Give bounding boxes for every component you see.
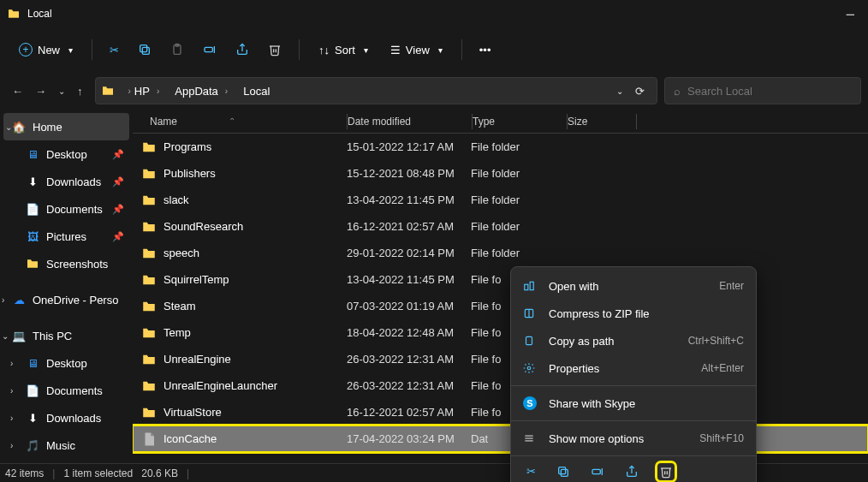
row-type: File folder <box>471 220 565 233</box>
music-icon: 🎵 <box>26 438 39 452</box>
paste-button[interactable] <box>163 38 191 62</box>
rename-icon <box>591 465 604 479</box>
ctx-open-with[interactable]: Open withEnter <box>511 272 756 300</box>
copy-icon <box>556 465 570 479</box>
forward-button[interactable]: → <box>35 85 46 98</box>
view-button[interactable]: ☰ View ▾ <box>382 39 451 62</box>
share-button[interactable] <box>229 38 256 62</box>
row-name: UnrealEngineLauncher <box>163 379 347 392</box>
copypath-icon <box>523 335 537 347</box>
table-row[interactable]: Publishers15-12-2021 08:48 PMFile folder <box>133 160 868 187</box>
sidebar-item-downloads2[interactable]: ›⬇Downloads <box>0 404 133 431</box>
row-type: File folder <box>471 247 565 259</box>
scissors-icon: ✂ <box>526 465 536 478</box>
column-header-name[interactable]: Name⌃ <box>133 116 347 128</box>
row-type: File folder <box>471 140 565 153</box>
pictures-icon: 🖼 <box>26 229 39 243</box>
search-icon: ⌕ <box>674 85 681 98</box>
sidebar-item-music[interactable]: ›🎵Music <box>0 431 133 459</box>
row-name: SoundResearch <box>163 220 347 233</box>
ctx-more-options[interactable]: Show more optionsShift+F10 <box>511 425 756 452</box>
table-row[interactable]: UnrealEngineLauncher26-03-2022 12:31 AMF… <box>133 372 868 399</box>
ctx-delete[interactable] <box>659 465 673 479</box>
skype-icon: S <box>523 396 537 410</box>
pc-icon: 💻 <box>12 329 26 342</box>
folder-icon <box>141 378 157 394</box>
sidebar-item-downloads[interactable]: ⬇Downloads📌 <box>0 168 133 195</box>
ctx-cut[interactable]: ✂ <box>526 465 536 479</box>
copy-icon <box>138 43 152 57</box>
cut-button[interactable]: ✂ <box>103 39 126 62</box>
delete-button[interactable] <box>261 38 288 62</box>
sidebar-item-home[interactable]: ⌄🏠Home <box>3 113 129 140</box>
table-row[interactable]: SquirrelTemp13-04-2022 11:45 PMFile fo <box>133 266 868 293</box>
breadcrumb[interactable]: ›HP› <box>120 81 165 101</box>
table-row[interactable]: Temp18-04-2022 12:48 AMFile fo <box>133 319 868 346</box>
ctx-copy[interactable] <box>556 465 570 479</box>
new-button[interactable]: + New ▾ <box>10 38 81 62</box>
sidebar-item-documents2[interactable]: ›📄Documents <box>0 377 133 404</box>
row-name: UnrealEngine <box>163 353 347 366</box>
more-icon <box>523 432 537 444</box>
file-icon <box>141 431 157 447</box>
dots-icon: ••• <box>479 44 491 57</box>
ctx-compress[interactable]: Compress to ZIP file <box>511 300 756 327</box>
minimize-button[interactable]: ─ <box>847 8 854 21</box>
address-dropdown[interactable]: ⌄ <box>616 86 623 96</box>
table-row[interactable]: UnrealEngine26-03-2022 12:31 AMFile fo <box>133 346 868 372</box>
home-icon: 🏠 <box>12 120 26 134</box>
search-box[interactable]: ⌕ <box>664 77 861 104</box>
breadcrumb-label: HP <box>134 85 150 98</box>
column-header-date[interactable]: Date modified <box>348 116 472 128</box>
plus-icon: + <box>19 43 33 57</box>
search-input[interactable] <box>687 85 852 98</box>
chevron-down-icon: ▾ <box>364 45 368 55</box>
copy-button[interactable] <box>131 38 158 62</box>
desktop-icon: 🖥 <box>26 356 39 370</box>
table-row[interactable]: slack13-04-2022 11:45 PMFile folder <box>133 187 868 213</box>
ctx-rename[interactable] <box>591 465 604 479</box>
sidebar-item-documents[interactable]: 📄Documents📌 <box>0 195 133 223</box>
sidebar-item-desktop2[interactable]: ›🖥Desktop <box>0 349 133 377</box>
column-header-type[interactable]: Type <box>473 116 567 128</box>
status-count: 42 items <box>5 467 44 479</box>
ctx-share[interactable] <box>625 465 639 479</box>
titlebar: Local ─ <box>0 0 868 27</box>
share-icon <box>235 43 249 57</box>
table-row[interactable]: Programs15-01-2022 12:17 AMFile folder <box>133 134 868 160</box>
up-button[interactable]: ↑ <box>77 85 83 98</box>
trash-icon <box>268 43 282 57</box>
sidebar-item-pictures[interactable]: 🖼Pictures📌 <box>0 223 133 250</box>
ctx-properties[interactable]: PropertiesAlt+Enter <box>511 354 756 382</box>
ctx-quick-actions: ✂ <box>511 455 756 482</box>
breadcrumb[interactable]: Local <box>238 81 275 101</box>
sidebar: ⌄🏠Home 🖥Desktop📌 ⬇Downloads📌 📄Documents📌… <box>0 110 133 463</box>
column-header-size[interactable]: Size <box>568 116 636 128</box>
sidebar-item-screenshots[interactable]: Screenshots <box>0 250 133 277</box>
sort-button[interactable]: ↑↓ Sort ▾ <box>310 39 377 62</box>
table-row[interactable]: VirtualStore16-12-2021 02:57 AMFile fo <box>133 399 868 425</box>
folder-icon <box>141 193 157 208</box>
breadcrumb[interactable]: AppData› <box>169 81 233 101</box>
refresh-button[interactable]: ⟳ <box>635 85 645 98</box>
back-button[interactable]: ← <box>12 85 23 98</box>
sidebar-item-desktop[interactable]: 🖥Desktop📌 <box>0 140 133 168</box>
sidebar-item-thispc[interactable]: ⌄💻This PC <box>0 322 133 349</box>
sidebar-item-onedrive[interactable]: ›☁OneDrive - Perso <box>0 286 133 313</box>
table-row[interactable]: Steam07-03-2022 01:19 AMFile fo <box>133 293 868 319</box>
address-bar[interactable]: ›HP› AppData› Local ⌄ ⟳ <box>95 77 658 104</box>
more-button[interactable]: ••• <box>473 39 498 62</box>
table-row[interactable]: IconCache17-04-2022 03:24 PMDat <box>133 425 868 452</box>
ctx-copy-path[interactable]: Copy as pathCtrl+Shift+C <box>511 327 756 354</box>
row-name: SquirrelTemp <box>163 273 347 286</box>
ctx-skype[interactable]: SShare with Skype <box>511 390 756 417</box>
svg-rect-0 <box>142 47 149 54</box>
rename-button[interactable] <box>196 38 223 62</box>
table-row[interactable]: SoundResearch16-12-2021 02:57 AMFile fol… <box>133 213 868 240</box>
row-name: Programs <box>163 140 347 153</box>
folder-icon <box>141 140 157 155</box>
svg-rect-4 <box>205 47 212 51</box>
table-row[interactable]: speech29-01-2022 02:14 PMFile folder <box>133 240 868 266</box>
pin-icon: 📌 <box>112 176 124 187</box>
recent-dropdown[interactable]: ⌄ <box>58 86 65 96</box>
